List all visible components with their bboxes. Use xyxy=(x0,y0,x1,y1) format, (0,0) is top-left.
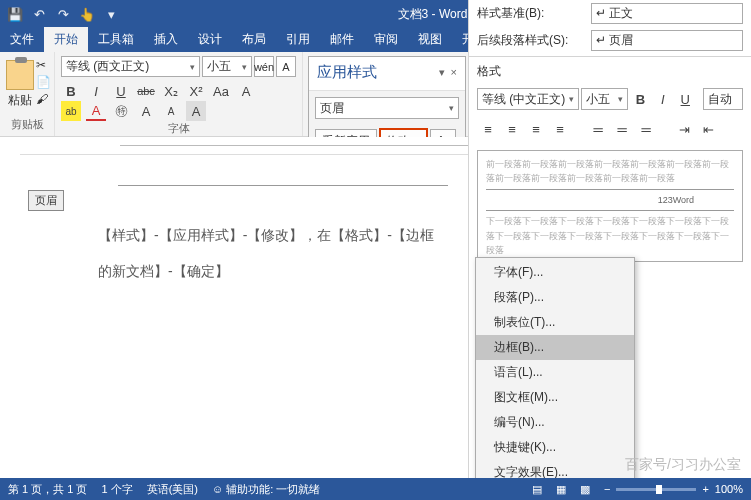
clipboard-label: 剪贴板 xyxy=(6,117,48,134)
char-shading-button[interactable]: A xyxy=(186,101,206,121)
style-base-select[interactable]: ↵ 正文 xyxy=(591,3,743,24)
format-section-label: 格式 xyxy=(469,59,751,84)
italic-button[interactable]: I xyxy=(86,81,106,101)
page[interactable]: 页眉 【样式】-【应用样式】-【修改】，在【格式】-【边框 的新文档】-【确定】 xyxy=(28,185,448,290)
undo-icon[interactable]: ↶ xyxy=(30,5,48,23)
style-base-label: 样式基准(B): xyxy=(477,5,587,22)
font-size-select[interactable]: 小五▾ xyxy=(202,56,252,77)
copy-icon[interactable]: 📄 xyxy=(36,75,51,89)
follow-style-label: 后续段落样式(S): xyxy=(477,32,587,49)
tab-review[interactable]: 审阅 xyxy=(364,27,408,52)
touch-icon[interactable]: 👆 xyxy=(78,5,96,23)
font-group-label: 字体 xyxy=(61,121,296,138)
indent-dec-icon[interactable]: ⇤ xyxy=(697,118,719,140)
tab-view[interactable]: 视图 xyxy=(408,27,452,52)
line-space-1-icon[interactable]: ═ xyxy=(587,118,609,140)
align-right-icon[interactable]: ≡ xyxy=(525,118,547,140)
menu-frame[interactable]: 图文框(M)... xyxy=(476,385,634,410)
font-name-select[interactable]: 等线 (西文正文)▾ xyxy=(61,56,200,77)
line-space-2-icon[interactable]: ═ xyxy=(635,118,657,140)
ruler[interactable] xyxy=(20,137,468,155)
pane-close-icon[interactable]: × xyxy=(451,66,457,79)
menu-shortcut[interactable]: 快捷键(K)... xyxy=(476,435,634,460)
dlg-bold[interactable]: B xyxy=(630,88,650,110)
superscript-button[interactable]: X² xyxy=(186,81,206,101)
phonetic-guide-button[interactable]: wén xyxy=(254,56,274,77)
header-tag: 页眉 xyxy=(28,190,64,211)
shrink-font-button[interactable]: A xyxy=(161,101,181,121)
dlg-font-size[interactable]: 小五▾ xyxy=(581,88,628,110)
format-dropdown-menu: 字体(F)... 段落(P)... 制表位(T)... 边框(B)... 语言(… xyxy=(475,257,635,488)
save-icon[interactable]: 💾 xyxy=(6,5,24,23)
style-preview: 前一段落前一段落前一段落前一段落前一段落前一段落前一段落前一段落前一段落前一段落… xyxy=(477,150,743,262)
tab-home[interactable]: 开始 xyxy=(44,27,88,52)
align-justify-icon[interactable]: ≡ xyxy=(549,118,571,140)
quick-access-toolbar: 💾 ↶ ↷ 👆 ▾ xyxy=(6,5,120,23)
clipboard-group: 粘贴 ✂ 📄 🖌 剪贴板 xyxy=(0,52,55,136)
menu-language[interactable]: 语言(L)... xyxy=(476,360,634,385)
paste-label: 粘贴 xyxy=(8,92,32,109)
paste-icon xyxy=(6,60,34,90)
indent-inc-icon[interactable]: ⇥ xyxy=(673,118,695,140)
tab-toolkit[interactable]: 工具箱 xyxy=(88,27,144,52)
subscript-button[interactable]: X₂ xyxy=(161,81,181,101)
tab-design[interactable]: 设计 xyxy=(188,27,232,52)
clear-format-button[interactable]: A xyxy=(236,81,256,101)
line-space-15-icon[interactable]: ═ xyxy=(611,118,633,140)
grow-font-button[interactable]: A xyxy=(136,101,156,121)
status-access[interactable]: ☺ 辅助功能: 一切就绪 xyxy=(212,482,320,497)
align-left-icon[interactable]: ≡ xyxy=(477,118,499,140)
menu-font[interactable]: 字体(F)... xyxy=(476,260,634,285)
document-area[interactable]: 页眉 【样式】-【应用样式】-【修改】，在【格式】-【边框 的新文档】-【确定】 xyxy=(0,137,468,478)
status-page[interactable]: 第 1 页，共 1 页 xyxy=(8,482,87,497)
status-lang[interactable]: 英语(美国) xyxy=(147,482,198,497)
tab-file[interactable]: 文件 xyxy=(0,27,44,52)
view-print-icon[interactable]: ▦ xyxy=(556,483,566,496)
enclose-char-button[interactable]: ㊕ xyxy=(111,101,131,121)
strike-button[interactable]: abc xyxy=(136,81,156,101)
zoom-control[interactable]: −+ 100% xyxy=(604,483,743,495)
zoom-value[interactable]: 100% xyxy=(715,483,743,495)
qat-more-icon[interactable]: ▾ xyxy=(102,5,120,23)
paste-button[interactable]: 粘贴 xyxy=(6,54,34,109)
view-web-icon[interactable]: ▩ xyxy=(580,483,590,496)
highlight-button[interactable]: ab xyxy=(61,101,81,121)
font-group: 等线 (西文正文)▾ 小五▾ wén A B I U abc X₂ X² Aa … xyxy=(55,52,303,136)
cut-icon[interactable]: ✂ xyxy=(36,58,51,72)
follow-style-select[interactable]: ↵ 页眉 xyxy=(591,30,743,51)
menu-tabs[interactable]: 制表位(T)... xyxy=(476,310,634,335)
menu-paragraph[interactable]: 段落(P)... xyxy=(476,285,634,310)
pane-dropdown-icon[interactable]: ▾ xyxy=(439,66,445,79)
dlg-font-name[interactable]: 等线 (中文正文)▾ xyxy=(477,88,579,110)
statusbar: 第 1 页，共 1 页 1 个字 英语(美国) ☺ 辅助功能: 一切就绪 ▤ ▦… xyxy=(0,478,751,500)
tab-layout[interactable]: 布局 xyxy=(232,27,276,52)
char-border-button[interactable]: A xyxy=(276,56,296,77)
status-words[interactable]: 1 个字 xyxy=(101,482,132,497)
dlg-underline[interactable]: U xyxy=(675,88,695,110)
change-case-button[interactable]: Aa xyxy=(211,81,231,101)
doc-line-1: 【样式】-【应用样式】-【修改】，在【格式】-【边框 xyxy=(98,217,448,253)
tab-insert[interactable]: 插入 xyxy=(144,27,188,52)
underline-button[interactable]: U xyxy=(111,81,131,101)
dlg-color[interactable]: 自动 xyxy=(703,88,743,110)
menu-numbering[interactable]: 编号(N)... xyxy=(476,410,634,435)
font-color-button[interactable]: A xyxy=(86,101,106,121)
format-painter-icon[interactable]: 🖌 xyxy=(36,92,51,106)
tab-mail[interactable]: 邮件 xyxy=(320,27,364,52)
align-center-icon[interactable]: ≡ xyxy=(501,118,523,140)
doc-text: 【样式】-【应用样式】-【修改】，在【格式】-【边框 的新文档】-【确定】 xyxy=(28,217,448,290)
doc-line-2: 的新文档】-【确定】 xyxy=(98,253,448,289)
redo-icon[interactable]: ↷ xyxy=(54,5,72,23)
bold-button[interactable]: B xyxy=(61,81,81,101)
view-read-icon[interactable]: ▤ xyxy=(532,483,542,496)
menu-border[interactable]: 边框(B)... xyxy=(476,335,634,360)
style-name-input[interactable]: 页眉▾ xyxy=(315,97,459,119)
dlg-italic[interactable]: I xyxy=(653,88,673,110)
apply-styles-title: 应用样式 xyxy=(317,63,377,82)
tab-references[interactable]: 引用 xyxy=(276,27,320,52)
